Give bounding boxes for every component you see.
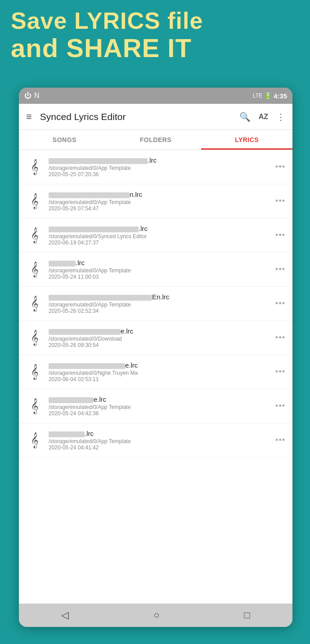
music-note-icon: 𝄞: [26, 398, 43, 414]
item-info: e.lrc /storage/emulated/0/Nghe Truyen Ma…: [49, 361, 272, 382]
item-path: /storage/emulated/0/App Template: [49, 165, 272, 171]
search-button[interactable]: 🔍: [239, 111, 251, 122]
item-filename: e.lrc: [49, 361, 220, 369]
item-info: .lrc /storage/emulated/0/App Template 20…: [49, 156, 272, 178]
item-filename: e.lrc: [49, 395, 220, 403]
item-path: /storage/emulated/0/App Template: [49, 199, 272, 205]
tabs: SONGS FOLDERS LYRICS: [19, 130, 292, 150]
item-more-button[interactable]: •••: [272, 435, 285, 445]
n-icon: N: [34, 92, 40, 100]
item-date: 2020-05-26 07:54:47: [49, 205, 272, 212]
home-button[interactable]: ○: [144, 607, 168, 624]
item-filename: e.lrc: [49, 327, 220, 335]
item-filename: En.lrc: [49, 293, 220, 301]
item-date: 2020-05-26 09:30:54: [49, 342, 272, 348]
item-more-button[interactable]: •••: [272, 367, 285, 377]
status-time: 4:35: [274, 92, 287, 100]
back-button[interactable]: ◁: [52, 607, 78, 624]
toolbar-icons: 🔍 AZ ⋮: [239, 111, 285, 122]
item-more-button[interactable]: •••: [272, 265, 285, 274]
tab-songs[interactable]: SONGS: [19, 130, 110, 150]
lyrics-list: 𝄞 .lrc /storage/emulated/0/App Template …: [19, 150, 292, 602]
music-note-icon: 𝄞: [26, 432, 43, 448]
item-path: /storage/emulated/0/Nghe Truyen Ma: [49, 370, 272, 376]
tab-folders[interactable]: FOLDERS: [110, 130, 202, 150]
sort-button[interactable]: AZ: [259, 113, 268, 121]
music-note-icon: 𝄞: [26, 364, 43, 380]
item-date: 2020-05-24 04:41:42: [49, 444, 272, 451]
item-info: En.lrc /storage/emulated/0/App Template …: [49, 293, 272, 314]
item-info: .lrc /storage/emulated/0/App Template 20…: [49, 430, 272, 451]
item-path: /storage/emulated/0/App Template: [49, 404, 272, 410]
item-info: e.lrc /storage/emulated/0/Download 2020-…: [49, 327, 272, 348]
music-note-icon: 𝄞: [26, 159, 43, 175]
battery-icon: 🔋: [264, 92, 272, 99]
item-info: e.lrc /storage/emulated/0/App Template 2…: [49, 395, 272, 417]
item-filename: .lrc: [49, 430, 220, 437]
music-note-icon: 𝄞: [26, 262, 43, 277]
promo-line1: Save LYRICS file: [11, 8, 299, 34]
list-item[interactable]: 𝄞 .lrc /storage/emulated/0/App Template …: [19, 150, 292, 184]
item-more-button[interactable]: •••: [272, 299, 285, 308]
item-more-button[interactable]: •••: [272, 162, 285, 172]
item-date: 2020-05-25 07:20:36: [49, 171, 272, 178]
item-date: 2020-05-26 02:52:34: [49, 308, 272, 314]
promo-line2: and SHARE IT: [11, 34, 299, 62]
phone-mockup: ⏻ N LTE 🔋 4:35 ≡ Synced Lyrics Editor 🔍 …: [19, 88, 292, 627]
item-filename: .lrc: [49, 225, 220, 232]
nav-bar: ◁ ○ □: [19, 604, 292, 627]
item-info: .lrc /storage/emulated/0/App Template 20…: [49, 259, 272, 280]
item-more-button[interactable]: •••: [272, 196, 285, 206]
menu-button[interactable]: ≡: [26, 111, 32, 123]
item-date: 2020-05-24 04:42:36: [49, 410, 272, 417]
promo-area: Save LYRICS file and SHARE IT: [0, 0, 310, 71]
item-more-button[interactable]: •••: [272, 333, 285, 342]
item-path: /storage/emulated/0/App Template: [49, 302, 272, 308]
list-item[interactable]: 𝄞 n.lrc /storage/emulated/0/App Template…: [19, 184, 292, 218]
item-date: 2020-06-04 02:53:11: [49, 376, 272, 382]
music-note-icon: 𝄞: [26, 227, 43, 243]
item-filename: n.lrc: [49, 191, 220, 198]
item-path: /storage/emulated/0/Synced Lyrics Editor: [49, 233, 272, 240]
list-item[interactable]: 𝄞 e.lrc /storage/emulated/0/App Template…: [19, 389, 292, 423]
power-icon: ⏻: [24, 92, 31, 100]
signal-icon: LTE: [253, 93, 262, 99]
music-note-icon: 𝄞: [26, 296, 43, 311]
status-bar: ⏻ N LTE 🔋 4:35: [19, 88, 292, 104]
item-filename: .lrc: [49, 259, 220, 266]
item-more-button[interactable]: •••: [272, 401, 285, 411]
music-note-icon: 𝄞: [26, 193, 43, 209]
music-note-icon: 𝄞: [26, 330, 43, 346]
item-filename: .lrc: [49, 156, 220, 164]
list-item[interactable]: 𝄞 e.lrc /storage/emulated/0/Download 202…: [19, 321, 292, 355]
item-date: 2020-06-19 04:27:37: [49, 240, 272, 246]
list-item[interactable]: 𝄞 .lrc /storage/emulated/0/Synced Lyrics…: [19, 218, 292, 253]
recent-button[interactable]: □: [235, 607, 259, 624]
list-item[interactable]: 𝄞 .lrc /storage/emulated/0/App Template …: [19, 423, 292, 457]
list-item[interactable]: 𝄞 e.lrc /storage/emulated/0/Nghe Truyen …: [19, 355, 292, 389]
item-info: n.lrc /storage/emulated/0/App Template 2…: [49, 191, 272, 212]
app-content: ≡ Synced Lyrics Editor 🔍 AZ ⋮ SONGS FOLD…: [19, 104, 292, 604]
toolbar: ≡ Synced Lyrics Editor 🔍 AZ ⋮: [19, 104, 292, 130]
status-left: ⏻ N: [24, 92, 40, 100]
item-date: 2020-05-24 11:00:03: [49, 274, 272, 280]
item-info: .lrc /storage/emulated/0/Synced Lyrics E…: [49, 225, 272, 246]
app-title: Synced Lyrics Editor: [40, 111, 239, 122]
tab-lyrics[interactable]: LYRICS: [201, 130, 292, 150]
list-item[interactable]: 𝄞 En.lrc /storage/emulated/0/App Templat…: [19, 287, 292, 321]
item-path: /storage/emulated/0/App Template: [49, 267, 272, 274]
item-more-button[interactable]: •••: [272, 231, 285, 240]
list-item[interactable]: 𝄞 .lrc /storage/emulated/0/App Template …: [19, 253, 292, 287]
status-right: LTE 🔋 4:35: [253, 92, 287, 100]
more-button[interactable]: ⋮: [276, 111, 285, 122]
item-path: /storage/emulated/0/Download: [49, 336, 272, 342]
item-path: /storage/emulated/0/App Template: [49, 438, 272, 444]
